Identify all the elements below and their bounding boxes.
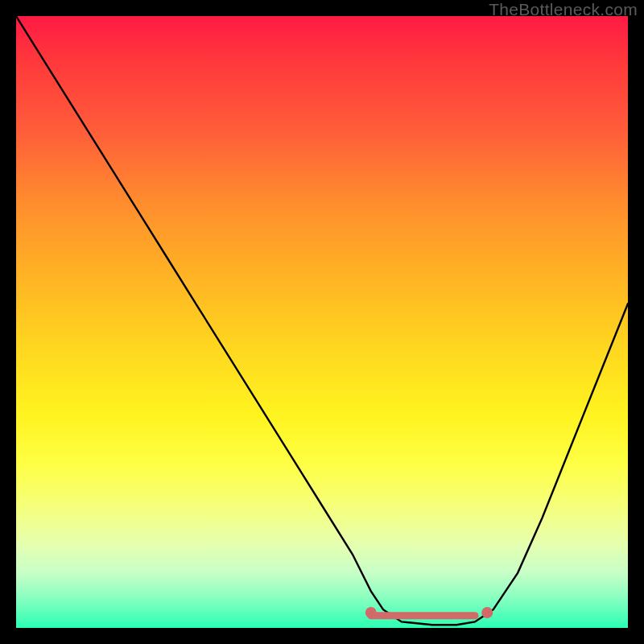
flat-right-dot [481, 607, 493, 618]
watermark-text: TheBottleneck.com [489, 0, 638, 19]
bottleneck-curve [16, 16, 628, 625]
curve-svg [16, 16, 628, 628]
chart-plot-area [16, 16, 628, 628]
flat-left-dot [365, 607, 377, 618]
